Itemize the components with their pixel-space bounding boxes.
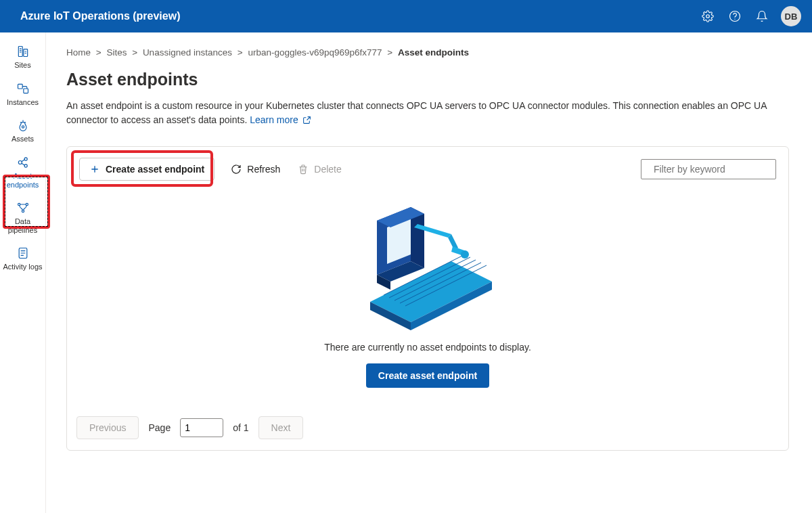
svg-rect-3	[18, 47, 22, 57]
nav-item-sites[interactable]: Sites	[0, 38, 45, 75]
svg-point-1	[730, 12, 740, 22]
trash-icon	[298, 164, 309, 175]
learn-more-link[interactable]: Learn more	[250, 114, 311, 125]
toolbar: Create asset endpoint Refresh Delete	[67, 147, 788, 190]
page-word: Page	[148, 422, 171, 433]
breadcrumb-link[interactable]: urban-goggles-v69pq969p6fx777	[248, 47, 382, 58]
page-title: Asset endpoints	[66, 70, 812, 89]
asset-endpoints-icon	[16, 156, 30, 169]
next-button: Next	[258, 416, 304, 439]
svg-point-7	[22, 126, 24, 128]
pagination: Previous Page of 1 Next	[67, 409, 788, 450]
create-asset-endpoint-button[interactable]: Create asset endpoint	[79, 158, 215, 181]
nav-label: Instances	[7, 98, 39, 107]
nav-item-activity-logs[interactable]: Activity logs	[0, 240, 45, 277]
svg-point-13	[22, 210, 24, 213]
svg-point-0	[706, 15, 710, 18]
content-card: Create asset endpoint Refresh Delete	[66, 146, 789, 451]
empty-create-button[interactable]: Create asset endpoint	[366, 363, 489, 388]
empty-message: There are currently no asset endpoints t…	[324, 342, 531, 353]
external-link-icon	[302, 116, 311, 125]
assets-icon	[16, 118, 30, 132]
help-button[interactable]	[721, 0, 748, 32]
sites-icon	[16, 45, 30, 58]
svg-point-12	[26, 204, 28, 206]
svg-point-8	[18, 160, 22, 164]
filter-box[interactable]	[641, 159, 776, 179]
nav-item-assets[interactable]: Assets	[0, 112, 45, 149]
nav-label: Assets	[12, 135, 34, 143]
breadcrumb-current: Asset endpoints	[398, 47, 469, 58]
empty-illustration	[340, 197, 516, 339]
help-icon	[729, 10, 741, 22]
left-nav: Sites Instances Assets Asset endpoints D…	[0, 32, 46, 513]
svg-point-2	[734, 19, 735, 20]
svg-point-10	[24, 164, 27, 167]
user-avatar[interactable]: DB	[781, 6, 801, 26]
svg-point-33	[461, 250, 469, 259]
refresh-button[interactable]: Refresh	[229, 160, 281, 179]
svg-rect-5	[18, 84, 22, 89]
refresh-icon	[231, 164, 242, 175]
nav-label: Asset endpoints	[3, 172, 43, 189]
notifications-button[interactable]	[748, 0, 775, 32]
breadcrumb-link[interactable]: Unassigned instances	[143, 47, 232, 58]
settings-button[interactable]	[694, 0, 721, 32]
nav-item-data-pipelines[interactable]: Data pipelines	[0, 194, 45, 240]
nav-item-instances[interactable]: Instances	[0, 75, 45, 112]
previous-button: Previous	[76, 416, 139, 439]
nav-item-asset-endpoints[interactable]: Asset endpoints	[0, 149, 45, 194]
main-content: Home > Sites > Unassigned instances > ur…	[46, 32, 812, 513]
page-input[interactable]	[180, 418, 223, 437]
page-description: An asset endpoint is a custom resource i…	[66, 99, 811, 127]
gear-icon	[702, 10, 714, 22]
nav-label: Data pipelines	[3, 217, 43, 234]
nav-label: Sites	[14, 61, 30, 70]
nav-label: Activity logs	[3, 263, 42, 271]
svg-point-9	[24, 158, 27, 160]
bell-icon	[756, 10, 768, 22]
empty-state: There are currently no asset endpoints t…	[67, 190, 788, 409]
pipelines-icon	[16, 201, 30, 215]
logs-icon	[16, 246, 30, 260]
top-bar: Azure IoT Operations (preview) DB	[0, 0, 812, 32]
breadcrumb: Home > Sites > Unassigned instances > ur…	[66, 47, 812, 58]
search-input[interactable]	[654, 164, 772, 175]
svg-rect-6	[23, 89, 28, 93]
product-title: Azure IoT Operations (preview)	[20, 10, 180, 22]
plus-icon	[89, 164, 100, 175]
breadcrumb-link[interactable]: Sites	[106, 47, 127, 58]
breadcrumb-link[interactable]: Home	[66, 47, 91, 58]
delete-button: Delete	[296, 160, 342, 179]
instances-icon	[16, 82, 30, 95]
svg-point-11	[18, 204, 20, 206]
